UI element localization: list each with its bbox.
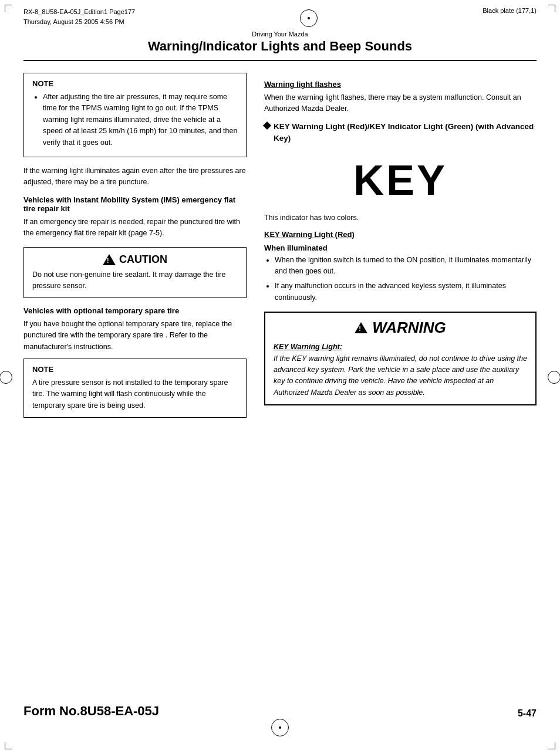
corner-bl: [5, 742, 12, 749]
warning-title-text: WARNING: [372, 319, 446, 337]
right-col: Warning light flashes When the warning l…: [264, 73, 537, 426]
header-line1: RX-8_8U58-EA-05J_Edition1 Page177: [23, 7, 135, 17]
footer-form: Form No.8U58-EA-05J: [23, 704, 159, 719]
page-subtitle: Driving Your Mazda: [23, 31, 537, 38]
key-warning-heading: KEY Warning Light (Red): [264, 230, 537, 239]
when-illuminated-heading: When illuminated: [264, 244, 537, 252]
warning-body: KEY Warning Light: If the KEY warning li…: [274, 342, 527, 398]
main-content: NOTE After adjusting the tire air pressu…: [0, 61, 560, 438]
side-circle-left: [0, 371, 12, 384]
header-circle-inner: [308, 17, 310, 19]
corner-br: [548, 742, 555, 749]
note-box-1: NOTE After adjusting the tire air pressu…: [23, 73, 247, 157]
warning-body-text: If the KEY warning light remains illumin…: [274, 354, 527, 397]
page-title-area: Driving Your Mazda Warning/Indicator Lig…: [0, 27, 560, 60]
bottom-circle-inner: [279, 726, 281, 729]
left-para-1: If the warning light illuminates again e…: [23, 165, 247, 188]
corner-tl: [5, 5, 12, 12]
key-bullet-2: If any malfunction occurs in the advance…: [275, 280, 537, 303]
header-center: [300, 7, 318, 27]
key-bullet-list: When the ignition switch is turned to th…: [264, 255, 537, 304]
key-bullet-1: When the ignition switch is turned to th…: [275, 255, 537, 278]
caution-body: Do not use non-genuine tire sealant. It …: [32, 269, 238, 292]
warning-box: WARNING KEY Warning Light: If the KEY wa…: [264, 312, 537, 405]
note-box-2: NOTE A tire pressure sensor is not insta…: [23, 359, 247, 418]
page-footer: Form No.8U58-EA-05J 5-47: [0, 704, 560, 719]
corner-tr: [548, 5, 555, 12]
caution-box: CAUTION Do not use non-genuine tire seal…: [23, 247, 247, 298]
key-colors-para: This indicator has two colors.: [264, 212, 537, 224]
key-section-heading: KEY Warning Light (Red)/KEY Indicator Li…: [264, 121, 537, 145]
page-header: RX-8_8U58-EA-05J_Edition1 Page177 Thursd…: [0, 0, 560, 27]
section1-para: If an emergency tire repair is needed, r…: [23, 217, 247, 239]
side-circle-right: [548, 371, 560, 384]
header-right: Black plate (177,1): [483, 7, 537, 14]
warning-triangle-icon: [355, 322, 367, 333]
header-left: RX-8_8U58-EA-05J_Edition1 Page177 Thursd…: [23, 7, 135, 26]
caution-title: CAUTION: [32, 253, 238, 266]
warning-title: WARNING: [274, 319, 527, 337]
note-list-1: After adjusting the tire air pressures, …: [32, 92, 238, 148]
left-col: NOTE After adjusting the tire air pressu…: [23, 73, 247, 426]
section1-heading: Vehicles with Instant Mobility System (I…: [23, 195, 247, 213]
section2-para: If you have bought the optional temporar…: [23, 319, 247, 353]
note-title-2: NOTE: [32, 365, 238, 374]
key-display: KEY: [264, 150, 537, 212]
warning-body-title: KEY Warning Light:: [274, 343, 342, 351]
bottom-circle: [271, 719, 289, 736]
section2-heading: Vehicles with optional temporary spare t…: [23, 306, 247, 315]
page-container: RX-8_8U58-EA-05J_Edition1 Page177 Thursd…: [0, 0, 560, 754]
caution-triangle-icon: [103, 254, 116, 265]
caution-title-text: CAUTION: [119, 253, 167, 266]
diamond-icon: [263, 121, 271, 130]
header-line2: Thursday, August 25 2005 4:56 PM: [23, 17, 135, 27]
footer-page-num: 5-47: [518, 708, 537, 719]
page-title: Warning/Indicator Lights and Beep Sounds: [23, 39, 537, 54]
note-title-1: NOTE: [32, 79, 238, 88]
note-item-1: After adjusting the tire air pressures, …: [43, 92, 238, 148]
header-circle: [300, 9, 318, 27]
warning-flashes-para: When the warning light flashes, there ma…: [264, 92, 537, 115]
warning-flashes-heading: Warning light flashes: [264, 80, 537, 89]
note-body-2: A tire pressure sensor is not installed …: [32, 377, 238, 411]
key-section-heading-text: KEY Warning Light (Red)/KEY Indicator Li…: [274, 121, 537, 145]
